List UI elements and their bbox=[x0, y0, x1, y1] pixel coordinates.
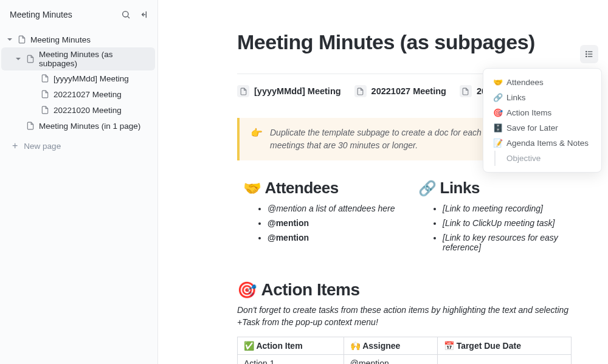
list-item: [Link to ClickUp meeting task] bbox=[443, 218, 572, 228]
list-item: [Link to meeting recording] bbox=[443, 204, 572, 213]
attendees-heading[interactable]: 🤝 Attendees bbox=[243, 179, 396, 197]
outline-popup: 🤝 Attendees 🔗 Links 🎯 Action Items 🗄️ Sa… bbox=[483, 68, 602, 173]
outline-label: Action Items bbox=[506, 108, 551, 117]
outline-item-agenda[interactable]: 📝 Agenda Items & Notes bbox=[486, 136, 599, 151]
tree-item-template[interactable]: [yyyyMMdd] Meeting bbox=[1, 70, 155, 86]
doc-icon bbox=[40, 74, 50, 83]
handshake-icon: 🤝 bbox=[493, 78, 503, 87]
links-column: 🔗 Links [Link to meeting recording] [Lin… bbox=[418, 179, 572, 257]
links-list[interactable]: [Link to meeting recording] [Link to Cli… bbox=[418, 204, 572, 252]
tree-item-root[interactable]: Meeting Minutes bbox=[1, 32, 155, 47]
tree-item-label: 20221027 Meeting bbox=[54, 90, 122, 99]
heading-text: Action Items bbox=[261, 280, 360, 300]
subpage-label: [yyyyMMdd] Meeting bbox=[254, 86, 341, 96]
target-icon: 🎯 bbox=[493, 108, 503, 117]
doc-icon bbox=[26, 121, 35, 131]
plus-icon: + bbox=[12, 141, 18, 151]
outline-item-attendees[interactable]: 🤝 Attendees bbox=[486, 75, 599, 90]
file-cabinet-icon: 🗄️ bbox=[493, 123, 503, 132]
attendees-column: 🤝 Attendees @mention a list of attendees… bbox=[243, 179, 396, 257]
outline-item-save-later[interactable]: 🗄️ Save for Later bbox=[486, 120, 599, 136]
subpage-label: 20221027 Meeting bbox=[371, 86, 446, 96]
tree-item-label: Meeting Minutes (as subpages) bbox=[39, 50, 151, 68]
search-icon[interactable] bbox=[121, 10, 131, 19]
attendees-list[interactable]: @mention a list of attendees here @menti… bbox=[243, 204, 396, 242]
two-column-section: 🤝 Attendees @mention a list of attendees… bbox=[237, 179, 572, 257]
doc-icon bbox=[26, 54, 35, 64]
outline-item-action-items[interactable]: 🎯 Action Items bbox=[486, 105, 599, 120]
sidebar-actions bbox=[121, 10, 149, 19]
tree-item-20221020[interactable]: 20221020 Meeting bbox=[1, 102, 155, 118]
outline-item-links[interactable]: 🔗 Links bbox=[486, 90, 599, 105]
col-due-date[interactable]: 📅 Target Due Date bbox=[437, 337, 571, 355]
outline-toggle-button[interactable] bbox=[580, 45, 598, 63]
action-items-heading[interactable]: 🎯 Action Items bbox=[237, 280, 572, 300]
sidebar-title: Meeting Minutes bbox=[10, 10, 72, 19]
tree-item-label: Meeting Minutes bbox=[30, 35, 91, 44]
tree-item-20221027[interactable]: 20221027 Meeting bbox=[1, 86, 155, 102]
outline-label: Attendees bbox=[506, 78, 544, 87]
subpage-link-template[interactable]: [yyyyMMdd] Meeting bbox=[237, 85, 341, 97]
table-row[interactable]: Action 1 @mention bbox=[238, 355, 572, 364]
chevron-down-icon[interactable] bbox=[6, 36, 13, 43]
action-items-table[interactable]: ✅ Action Item 🙌 Assignee 📅 Target Due Da… bbox=[237, 337, 572, 364]
link-icon: 🔗 bbox=[493, 93, 503, 102]
svg-point-7 bbox=[586, 51, 587, 52]
outline-label: Objective bbox=[506, 154, 541, 163]
svg-point-0 bbox=[123, 12, 128, 17]
tree-item-label: [yyyyMMdd] Meeting bbox=[54, 74, 129, 83]
sidebar-header: Meeting Minutes bbox=[0, 4, 157, 30]
doc-icon bbox=[17, 35, 27, 44]
tree-item-subpages[interactable]: Meeting Minutes (as subpages) bbox=[1, 47, 155, 70]
outline-item-objective[interactable]: Objective bbox=[494, 151, 599, 166]
new-page-label: New page bbox=[24, 142, 61, 151]
svg-line-1 bbox=[128, 16, 130, 18]
links-heading[interactable]: 🔗 Links bbox=[418, 179, 572, 197]
doc-icon bbox=[460, 85, 472, 97]
new-page-button[interactable]: + New page bbox=[0, 136, 157, 156]
outline-label: Agenda Items & Notes bbox=[506, 139, 589, 148]
doc-icon bbox=[40, 105, 50, 115]
tree-item-label: 20221020 Meeting bbox=[54, 106, 122, 115]
col-assignee[interactable]: 🙌 Assignee bbox=[344, 337, 437, 355]
chevron-down-icon[interactable] bbox=[15, 55, 22, 63]
heading-text: Attendees bbox=[265, 179, 339, 197]
doc-icon bbox=[40, 89, 50, 99]
list-item: @mention a list of attendees here bbox=[268, 204, 396, 213]
heading-text: Links bbox=[440, 179, 480, 197]
svg-point-9 bbox=[586, 56, 587, 57]
outline-label: Links bbox=[506, 93, 526, 102]
list-item: @mention bbox=[268, 233, 396, 242]
doc-icon bbox=[237, 85, 249, 97]
target-icon: 🎯 bbox=[237, 281, 257, 300]
svg-point-8 bbox=[586, 53, 587, 54]
tree-item-onepage[interactable]: Meeting Minutes (in 1 page) bbox=[1, 118, 155, 134]
pointing-right-icon: 👉 bbox=[250, 126, 263, 140]
outline-label: Save for Later bbox=[506, 123, 558, 132]
page-tree: Meeting Minutes Meeting Minutes (as subp… bbox=[0, 30, 157, 136]
main-content: Meeting Minutes (as subpages) [yyyyMMdd]… bbox=[158, 0, 608, 364]
memo-icon: 📝 bbox=[493, 139, 503, 148]
col-action-item[interactable]: ✅ Action Item bbox=[238, 337, 344, 355]
link-icon: 🔗 bbox=[418, 180, 437, 197]
sidebar: Meeting Minutes Meeting Minutes bbox=[0, 0, 158, 364]
page-title[interactable]: Meeting Minutes (as subpages) bbox=[237, 30, 572, 54]
subpage-link-20221027[interactable]: 20221027 Meeting bbox=[354, 85, 446, 97]
list-item: @mention bbox=[268, 218, 396, 228]
action-items-note[interactable]: Don't forget to create tasks from these … bbox=[237, 304, 572, 328]
handshake-icon: 🤝 bbox=[243, 180, 261, 197]
list-item: [Link to key resources for easy referenc… bbox=[443, 233, 572, 252]
doc-icon bbox=[354, 85, 367, 97]
tree-item-label: Meeting Minutes (in 1 page) bbox=[39, 122, 140, 131]
collapse-sidebar-icon[interactable] bbox=[139, 10, 149, 19]
